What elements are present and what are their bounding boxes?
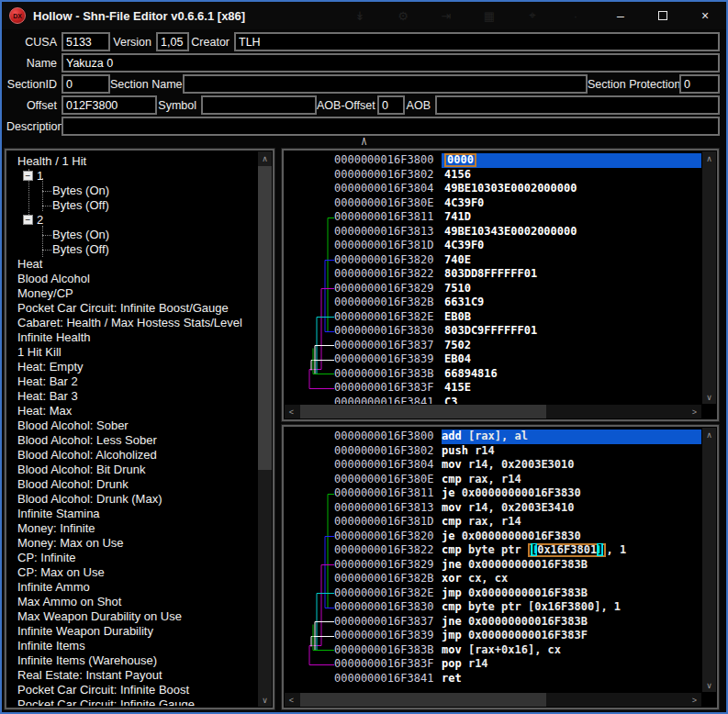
hex-row[interactable]: 0000000016F38377502 — [286, 339, 701, 353]
list-item[interactable]: Blood Alcohol — [8, 272, 257, 286]
hex-row[interactable]: 0000000016F381D4C39F0 — [286, 239, 701, 253]
list-item[interactable]: Real Estate: Instant Payout — [8, 668, 257, 683]
list-item[interactable]: Infinite Ammo — [8, 580, 257, 595]
hex-row[interactable]: 0000000016F382B6631C9 — [286, 296, 701, 310]
scroll-right-icon[interactable]: > — [688, 405, 701, 418]
list-item[interactable]: Heat: Bar 2 — [8, 374, 257, 389]
disasm-row[interactable]: 0000000016F3837jne 0x00000000016F383B — [286, 615, 701, 630]
pin-icon[interactable]: ⌖ — [526, 8, 539, 23]
maximize-button[interactable] — [642, 2, 684, 29]
list-item[interactable]: CP: Infinite — [8, 551, 257, 565]
scroll-up-icon[interactable]: ∧ — [702, 428, 716, 441]
scroll-right-icon[interactable]: > — [688, 693, 701, 707]
highlighted-address-operand[interactable]: [0x16F3801] — [528, 543, 607, 557]
disasm-row[interactable]: 0000000016F3822cmp byte ptr [0x16F3801],… — [286, 543, 701, 558]
hex-row[interactable]: 0000000016F3822803DD8FFFFFF01 — [286, 267, 701, 282]
list-item[interactable]: Pocket Car Circuit: Infinite Boost/Gauge — [8, 301, 257, 316]
symbol-field[interactable] — [201, 95, 317, 115]
disasm-vscrollbar[interactable]: ∧ ∨ — [702, 428, 716, 692]
collapse-icon[interactable]: − — [23, 171, 33, 181]
list-item[interactable]: Infinite Items (Warehouse) — [8, 653, 257, 668]
tree-leaf[interactable]: Bytes (On) — [8, 184, 257, 198]
list-item[interactable]: Infinite Stamina — [8, 507, 257, 521]
focused-bytes-cell[interactable]: 0000 — [444, 153, 476, 167]
list-item[interactable]: 1 Hit Kill — [8, 345, 257, 360]
tree-node-2[interactable]: − 2 — [8, 213, 257, 228]
import-icon[interactable]: ⇥ — [440, 9, 453, 23]
list-item[interactable]: Pocket Car Circuit: Infinite Gauge — [8, 697, 257, 706]
list-item[interactable]: CP: Max on Use — [8, 565, 257, 580]
disasm-row[interactable]: 0000000016F381Dcmp rax, r14 — [286, 515, 701, 530]
grid-icon[interactable]: ▦ — [483, 9, 496, 23]
offset-field[interactable] — [62, 95, 157, 115]
version-field[interactable] — [156, 32, 189, 51]
disasm-row[interactable]: 0000000016F3811je 0x00000000016F3830 — [286, 486, 701, 501]
list-item[interactable]: Max Weapon Durability on Use — [8, 609, 257, 624]
scroll-down-icon[interactable]: ∨ — [702, 678, 716, 692]
hex-row[interactable]: 0000000016F3820740E — [286, 253, 701, 268]
disasm-row[interactable]: 0000000016F3830cmp byte ptr [0x16F3800],… — [286, 600, 701, 615]
minimize-button[interactable]: – — [599, 2, 642, 29]
list-item[interactable]: Pocket Car Circuit: Infinite Boost — [8, 683, 257, 697]
disasm-row[interactable]: 0000000016F3804mov r14, 0x2003E3010 — [286, 458, 701, 473]
scroll-down-icon[interactable]: ∨ — [702, 390, 716, 404]
hex-row[interactable]: 0000000016F383B66894816 — [286, 367, 701, 382]
hex-row[interactable]: 0000000016F38000000 — [286, 153, 701, 168]
disasm-row[interactable]: 0000000016F380Ecmp rax, r14 — [286, 473, 701, 487]
hex-row[interactable]: 0000000016F380449BE10303E0002000000 — [286, 182, 701, 196]
scroll-left-icon[interactable]: < — [285, 693, 298, 707]
list-item[interactable]: Blood Alcohol: Alcoholized — [8, 448, 257, 463]
disasm-row[interactable]: 0000000016F3820je 0x00000000016F3830 — [286, 530, 701, 544]
list-item[interactable]: Infinite Items — [8, 639, 257, 653]
aob-field[interactable] — [435, 95, 720, 115]
list-item[interactable]: Blood Alcohol: Drunk (Max) — [8, 492, 257, 507]
list-item[interactable]: Heat: Bar 3 — [8, 389, 257, 404]
list-item[interactable]: Money: Max on Use — [8, 536, 257, 551]
tree-leaf[interactable]: Bytes (Off) — [8, 242, 257, 257]
list-item[interactable]: Heat — [8, 257, 257, 272]
scroll-down-icon[interactable]: ∨ — [258, 693, 272, 707]
tree-node-1[interactable]: − 1 — [8, 169, 257, 184]
hex-row[interactable]: 0000000016F380E4C39F0 — [286, 196, 701, 211]
scrollbar-thumb[interactable] — [258, 166, 272, 470]
scrollbar-thumb[interactable] — [300, 693, 546, 707]
list-item[interactable]: Blood Alcohol: Sober — [8, 418, 257, 433]
splitter[interactable]: /\ — [2, 138, 726, 149]
hex-row[interactable]: 0000000016F382EEB0B — [286, 310, 701, 325]
list-item[interactable]: Blood Alcohol: Less Sober — [8, 433, 257, 448]
title-bar[interactable]: DX Hollow - Shn-File Editor v0.6.6.1 [x8… — [2, 2, 726, 29]
hex-row[interactable]: 0000000016F3830803DC9FFFFFF01 — [286, 324, 701, 339]
sectionname-field[interactable] — [183, 74, 588, 94]
dot-icon[interactable]: · — [569, 9, 582, 23]
left-panel-scrollbar[interactable]: ∧ ∨ — [258, 151, 272, 707]
hex-hscrollbar[interactable]: < > — [285, 405, 701, 418]
scroll-up-icon[interactable]: ∧ — [258, 151, 272, 165]
creator-field[interactable] — [234, 32, 720, 51]
list-item[interactable]: Blood Alcohol: Bit Drunk — [8, 463, 257, 477]
hex-row[interactable]: 0000000016F383F415E — [286, 381, 701, 396]
scrollbar-thumb[interactable] — [300, 405, 546, 418]
list-item[interactable]: Infinite Weapon Durability — [8, 624, 257, 639]
scroll-up-icon[interactable]: ∧ — [702, 151, 716, 165]
tree-leaf[interactable]: Bytes (Off) — [8, 198, 257, 213]
sectionid-field[interactable] — [62, 74, 110, 94]
scroll-left-icon[interactable]: < — [285, 405, 298, 418]
disasm-row[interactable]: 0000000016F3813mov r14, 0x2003E3410 — [286, 501, 701, 516]
wrench-icon[interactable]: ⚙ — [397, 9, 409, 23]
collapse-icon[interactable]: − — [23, 215, 33, 225]
disasm-row[interactable]: 0000000016F3829jne 0x00000000016F383B — [286, 558, 701, 573]
hex-row[interactable]: 0000000016F381349BE10343E0002000000 — [286, 225, 701, 240]
list-item[interactable]: Heat: Max — [8, 404, 257, 418]
list-item[interactable]: Infinite Health — [8, 330, 257, 345]
list-item[interactable]: Money: Infinite — [8, 521, 257, 536]
hex-row[interactable]: 0000000016F3811741D — [286, 210, 701, 225]
hex-row[interactable]: 0000000016F38297510 — [286, 282, 701, 296]
aoboffset-field[interactable] — [377, 95, 405, 115]
disasm-row[interactable]: 0000000016F382Ejmp 0x00000000016F383B — [286, 586, 701, 601]
list-item[interactable]: Cabaret: Health / Max Hostess Stats/Leve… — [8, 316, 257, 330]
disasm-row[interactable]: 0000000016F383Bmov [rax+0x16], cx — [286, 643, 701, 658]
hex-row[interactable]: 0000000016F3841C3 — [286, 396, 701, 405]
hex-row[interactable]: 0000000016F3839EB04 — [286, 352, 701, 367]
disasm-row[interactable]: 0000000016F3802push r14 — [286, 444, 701, 459]
disasm-row[interactable]: 0000000016F383Fpop r14 — [286, 657, 701, 672]
